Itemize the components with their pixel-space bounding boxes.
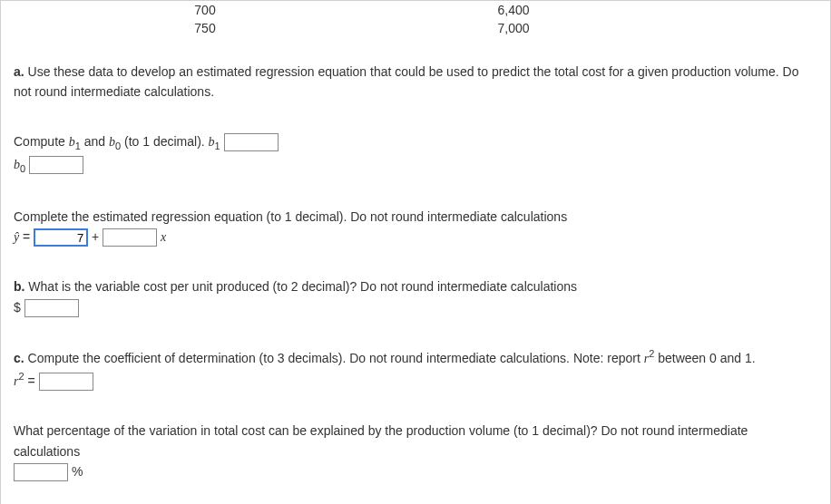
part-a: a. Use these data to develop an estimate… xyxy=(1,57,830,107)
b1-input[interactable] xyxy=(224,133,279,151)
regression-equation: Complete the estimated regression equati… xyxy=(1,202,830,253)
r-squared-input[interactable] xyxy=(39,373,93,391)
part-a-text: Use these data to develop an estimated r… xyxy=(14,64,798,99)
cell-cost-1: 6,400 xyxy=(409,1,618,19)
percentage-input[interactable] xyxy=(14,463,68,481)
part-c-percentage: What percentage of the variation in tota… xyxy=(1,416,830,486)
cell-volume-1: 700 xyxy=(1,1,409,19)
part-c-label: c. xyxy=(14,351,24,365)
compute-b1-b0: Compute b1 and b0 (to 1 decimal). b1 b0 xyxy=(1,127,830,182)
table-row: 750 7,000 xyxy=(1,19,830,37)
yhat-intercept-input[interactable] xyxy=(34,228,88,247)
cell-cost-2: 7,000 xyxy=(409,19,618,37)
table-row: 700 6,400 xyxy=(1,1,830,19)
problem-container: 700 6,400 750 7,000 a. Use these data to… xyxy=(0,0,831,504)
yhat-slope-input[interactable] xyxy=(103,228,157,247)
part-b-label: b. xyxy=(14,279,24,294)
part-a-label: a. xyxy=(14,64,24,79)
variable-cost-input[interactable] xyxy=(24,299,79,317)
part-c: c. Compute the coefficient of determinat… xyxy=(1,342,830,396)
data-table: 700 6,400 750 7,000 xyxy=(1,1,830,37)
part-b: b. What is the variable cost per unit pr… xyxy=(1,272,830,322)
b0-input[interactable] xyxy=(29,156,83,174)
dollar-sign: $ xyxy=(14,300,21,315)
cell-volume-2: 750 xyxy=(1,19,409,37)
percent-sign: % xyxy=(72,464,83,479)
